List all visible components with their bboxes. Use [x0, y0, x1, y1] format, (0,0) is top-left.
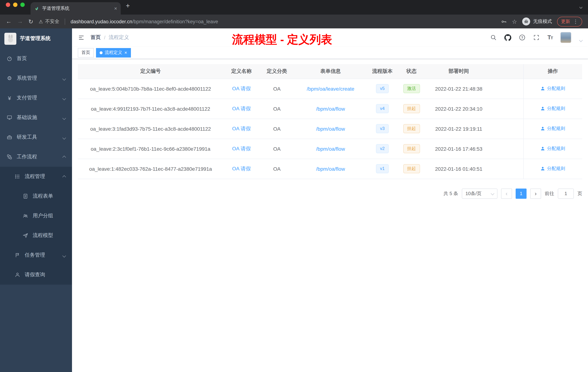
- goto-page-input[interactable]: [558, 188, 574, 198]
- urlbar-actions: ☆ 无痕模式 更新 ⋮: [501, 17, 582, 26]
- svg-text:?: ?: [521, 36, 523, 40]
- version-badge: v1: [376, 164, 388, 173]
- avatar[interactable]: [560, 32, 571, 43]
- person-icon: [541, 126, 545, 131]
- document-icon: [22, 193, 28, 199]
- cell-category: OA: [260, 159, 294, 179]
- bookmark-star-icon[interactable]: ☆: [512, 18, 517, 25]
- goto-label: 前往: [545, 190, 554, 197]
- sidebar-item-label: 任务管理: [25, 252, 45, 258]
- person-icon: [15, 272, 20, 278]
- cell-category: OA: [260, 99, 294, 119]
- sidebar-item-task-management[interactable]: 任务管理: [0, 245, 72, 265]
- update-chip[interactable]: 更新 ⋮: [557, 17, 582, 26]
- logo-avatar: [4, 33, 16, 44]
- form-link[interactable]: /bpm/oa/flow: [316, 166, 345, 172]
- form-link[interactable]: /bpm/oa/flow: [316, 146, 345, 152]
- assign-rule-link[interactable]: 分配规则: [541, 145, 565, 152]
- sidebar-item-label: 首页: [17, 55, 27, 62]
- sidebar-item-leave-query[interactable]: 请假查询: [0, 265, 72, 285]
- column-header: 状态: [398, 64, 425, 79]
- table-row: oa_leave:3:1fad3d93-7b75-11ec-a3c8-acde4…: [78, 119, 582, 139]
- reload-icon[interactable]: ↻: [28, 18, 33, 25]
- chevron-wrap: [63, 252, 65, 258]
- chevron-up-icon: [62, 175, 66, 179]
- tag-label: 流程定义: [105, 50, 122, 56]
- close-window-button[interactable]: [6, 2, 10, 7]
- sidebar-item-infrastructure[interactable]: 基础设施: [0, 108, 72, 127]
- tag-home[interactable]: 首页: [78, 48, 94, 57]
- status-badge: 挂起: [403, 164, 420, 173]
- window-controls: [6, 2, 25, 7]
- sidebar-item-payment[interactable]: ¥ 支付管理: [0, 88, 72, 108]
- prev-page-button[interactable]: ‹: [501, 188, 512, 198]
- breadcrumb: 首页 / 流程定义: [91, 34, 129, 41]
- divider: [65, 18, 65, 25]
- help-icon[interactable]: ?: [519, 34, 526, 41]
- search-icon[interactable]: [490, 34, 497, 41]
- version-badge: v2: [376, 144, 388, 153]
- sidebar-item-process-form[interactable]: 流程表单: [0, 186, 72, 206]
- assign-rule-link[interactable]: 分配规则: [541, 125, 565, 131]
- sidebar-item-label: 流程模型: [33, 232, 53, 239]
- column-header: 定义编号: [78, 64, 223, 79]
- definition-name-link[interactable]: OA 请假: [232, 125, 251, 131]
- sidebar-item-workflow[interactable]: 工作流程: [0, 147, 72, 167]
- sidebar-item-label: 研发工具: [17, 134, 37, 141]
- assign-rule-link[interactable]: 分配规则: [541, 85, 565, 92]
- minimize-window-button[interactable]: [13, 2, 17, 7]
- person-icon: [541, 106, 545, 111]
- definition-name-link[interactable]: OA 请假: [232, 85, 251, 91]
- address-omnibox[interactable]: dashboard.yudao.iocoder.cn/bpm/manager/d…: [71, 19, 495, 24]
- incognito-badge: 无痕模式: [522, 17, 552, 25]
- sidebar-item-home[interactable]: 首页: [0, 49, 72, 68]
- fullscreen-icon[interactable]: [533, 34, 540, 41]
- new-tab-button[interactable]: +: [126, 2, 130, 10]
- text-size-icon[interactable]: TT: [547, 34, 553, 41]
- status-badge: 挂起: [403, 144, 420, 153]
- assign-rule-label: 分配规则: [547, 105, 565, 111]
- sidebar-item-process-management[interactable]: 流程管理: [0, 167, 72, 186]
- cell-deploy-time: 2022-01-22 19:19:11: [425, 119, 492, 139]
- version-badge: v4: [376, 104, 388, 113]
- avatar-caret-icon[interactable]: [579, 38, 583, 42]
- current-page-button[interactable]: 1: [516, 188, 526, 198]
- definition-table: 定义编号 定义名称 定义分类 表单信息 流程版本 状态 部署时间 操作: [78, 64, 582, 179]
- assign-rule-link[interactable]: 分配规则: [541, 165, 565, 172]
- page-content: 定义编号 定义名称 定义分类 表单信息 流程版本 状态 部署时间 操作: [72, 59, 588, 372]
- browser-tab-strip: 芋道管理系统 × +: [0, 0, 588, 15]
- browser-tab[interactable]: 芋道管理系统 ×: [31, 2, 121, 15]
- version-badge: v3: [376, 124, 388, 133]
- back-icon[interactable]: ←: [6, 18, 12, 25]
- browser-menu-icon[interactable]: ⋮: [573, 19, 578, 24]
- form-link[interactable]: /bpm/oa/flow: [316, 126, 345, 131]
- tag-close-icon[interactable]: ×: [124, 50, 127, 55]
- security-indicator[interactable]: ⚠ 不安全: [39, 18, 59, 25]
- app-title: 芋道管理系统: [20, 35, 51, 42]
- definition-name-link[interactable]: OA 请假: [232, 105, 251, 111]
- definition-name-link[interactable]: OA 请假: [232, 145, 251, 151]
- github-icon[interactable]: [504, 34, 512, 41]
- sidebar-item-devtools[interactable]: 研发工具: [0, 127, 72, 147]
- tag-process-definition[interactable]: 流程定义 ×: [96, 48, 131, 57]
- sidebar-item-process-model[interactable]: 流程模型: [0, 226, 72, 245]
- key-icon[interactable]: [501, 18, 507, 25]
- breadcrumb-home[interactable]: 首页: [91, 34, 101, 41]
- form-link[interactable]: /bpm/oa/leave/create: [307, 86, 354, 92]
- definition-name-link[interactable]: OA 请假: [232, 165, 251, 171]
- page-size-select[interactable]: 10条/页: [462, 188, 497, 198]
- sidebar-item-label: 流程管理: [25, 173, 45, 180]
- forward-icon[interactable]: →: [17, 18, 23, 25]
- warning-icon: ⚠: [39, 19, 43, 24]
- sidebar-item-user-group[interactable]: 用户分组: [0, 206, 72, 226]
- form-link[interactable]: /bpm/oa/flow: [316, 106, 345, 111]
- assign-rule-link[interactable]: 分配规则: [541, 105, 565, 111]
- tab-close-icon[interactable]: ×: [114, 5, 117, 11]
- next-page-button[interactable]: ›: [530, 188, 541, 198]
- status-badge: 激活: [403, 84, 420, 93]
- tab-search-icon[interactable]: [579, 5, 583, 9]
- hamburger-icon[interactable]: [78, 34, 85, 41]
- sidebar-item-system[interactable]: ⚙ 系统管理: [0, 68, 72, 88]
- active-dot: [100, 51, 103, 54]
- zoom-window-button[interactable]: [20, 2, 25, 7]
